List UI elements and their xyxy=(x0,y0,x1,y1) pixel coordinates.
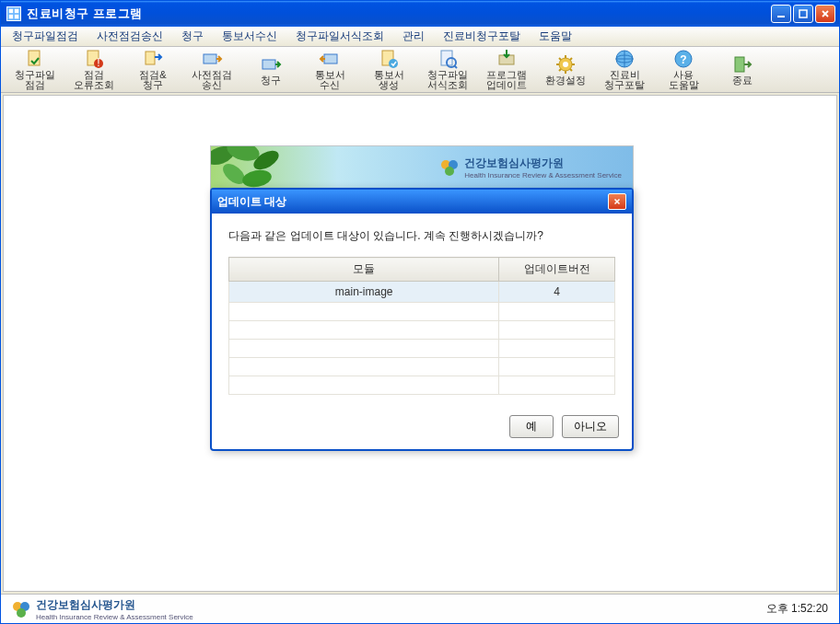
status-brand-sub: Health Insurance Review & Assessment Ser… xyxy=(36,613,193,621)
svg-rect-25 xyxy=(735,57,744,72)
toolbar-btn-portal[interactable]: 진료비 청구포탈 xyxy=(596,49,653,91)
svg-point-30 xyxy=(241,168,274,189)
toolbar-btn-help[interactable]: ?사용 도움말 xyxy=(655,49,712,91)
banner-brand-text: 건강보험심사평가원 xyxy=(464,156,564,169)
table-row[interactable] xyxy=(229,321,615,340)
toolbar-label: 통보서 생성 xyxy=(374,70,404,90)
menu-item[interactable]: 청구파일점검 xyxy=(5,27,86,46)
toolbar-btn-check-claim[interactable]: 점검& 청구 xyxy=(124,49,181,91)
close-button[interactable] xyxy=(815,5,835,23)
status-brand-text: 건강보험심사평가원 xyxy=(36,598,135,611)
svg-point-15 xyxy=(389,59,398,68)
window-controls xyxy=(771,5,835,23)
svg-rect-1 xyxy=(15,9,18,13)
toolbar-btn-precheck-send[interactable]: 사전점검 송신 xyxy=(183,49,240,91)
maximize-button[interactable] xyxy=(793,5,813,23)
toolbar-btn-file-form[interactable]: 청구파일 서식조회 xyxy=(419,49,476,91)
toolbar-btn-notice-recv[interactable]: 통보서 수신 xyxy=(301,49,358,91)
menu-item[interactable]: 청구 xyxy=(174,27,211,46)
dialog-body: 다음과 같은 업데이트 대상이 있습니다. 계속 진행하시겠습니까? 모듈 업데… xyxy=(212,214,632,406)
toolbar-btn-file-check[interactable]: 청구파일 점검 xyxy=(6,49,64,91)
leaves-decoration xyxy=(210,145,331,190)
window-title: 진료비청구 프로그램 xyxy=(27,6,771,22)
svg-rect-13 xyxy=(324,54,337,64)
status-brand: 건강보험심사평가원 Health Insurance Review & Asse… xyxy=(12,597,193,621)
col-version: 업데이트버전 xyxy=(499,258,615,282)
brand-icon xyxy=(12,600,30,618)
col-module: 모듈 xyxy=(229,258,499,282)
svg-rect-11 xyxy=(204,54,216,64)
banner-brand-sub: Health Insurance Review & Assessment Ser… xyxy=(464,171,622,179)
help-icon: ? xyxy=(672,49,694,69)
exit-icon xyxy=(731,54,753,75)
toolbar-btn-file-error[interactable]: !점검 오류조회 xyxy=(65,49,122,91)
toolbar-btn-settings[interactable]: 환경설정 xyxy=(537,49,594,91)
no-button[interactable]: 아니오 xyxy=(562,415,619,438)
svg-rect-12 xyxy=(262,60,275,69)
svg-point-33 xyxy=(445,167,454,176)
precheck-send-icon xyxy=(201,49,223,69)
table-row[interactable] xyxy=(229,340,615,358)
svg-text:?: ? xyxy=(680,53,686,66)
toolbar-btn-claim[interactable]: 청구 xyxy=(242,49,299,91)
svg-rect-10 xyxy=(146,52,155,64)
status-time: 오후 1:52:20 xyxy=(766,601,828,617)
toolbar-btn-program-update[interactable]: 프로그램 업데이트 xyxy=(478,49,535,91)
toolbar-label: 사전점검 송신 xyxy=(192,70,232,90)
portal-icon xyxy=(613,49,636,69)
file-check-icon xyxy=(24,49,46,69)
main-window: 진료비청구 프로그램 청구파일점검 사전점검송신 청구 통보서수신 청구파일서식… xyxy=(0,0,840,624)
toolbar-label: 점검& 청구 xyxy=(139,70,166,90)
toolbar-label: 청구파일 점검 xyxy=(15,70,55,90)
table-row[interactable] xyxy=(229,376,615,395)
table-row[interactable] xyxy=(229,303,615,321)
dialog-buttons: 예 아니오 xyxy=(212,406,632,449)
svg-text:!: ! xyxy=(97,56,99,69)
svg-rect-3 xyxy=(15,15,18,18)
statusbar: 건강보험심사평가원 Health Insurance Review & Asse… xyxy=(1,594,839,623)
toolbar-label: 청구파일 서식조회 xyxy=(427,70,468,90)
table-row[interactable]: main-image4 xyxy=(229,282,615,303)
program-update-icon xyxy=(496,49,518,69)
dialog-close-button[interactable] xyxy=(608,193,626,210)
toolbar-label: 점검 오류조회 xyxy=(74,70,114,90)
file-send-icon xyxy=(142,49,164,69)
yes-button[interactable]: 예 xyxy=(509,415,554,438)
content-area: 건강보험심사평가원 Health Insurance Review & Asse… xyxy=(3,95,837,592)
svg-rect-4 xyxy=(777,16,785,17)
menu-item[interactable]: 진료비청구포탈 xyxy=(436,27,528,46)
toolbar-label: 사용 도움말 xyxy=(669,70,699,90)
update-dialog: 업데이트 대상 다음과 같은 업데이트 대상이 있습니다. 계속 진행하시겠습니… xyxy=(210,188,634,451)
menu-item[interactable]: 사전점검송신 xyxy=(89,27,170,46)
update-table: 모듈 업데이트버전 main-image4 xyxy=(228,257,615,395)
svg-rect-5 xyxy=(799,10,807,17)
titlebar: 진료비청구 프로그램 xyxy=(1,1,839,27)
claim-icon xyxy=(260,54,282,75)
menu-item[interactable]: 청구파일서식조회 xyxy=(288,27,391,46)
table-row[interactable] xyxy=(229,358,615,376)
svg-point-36 xyxy=(17,608,26,618)
toolbar-label: 청구 xyxy=(261,75,281,86)
toolbar-label: 진료비 청구포탈 xyxy=(604,70,645,90)
menu-item[interactable]: 도움말 xyxy=(531,27,579,46)
menu-item[interactable]: 통보서수신 xyxy=(215,27,285,46)
toolbar-btn-exit[interactable]: 종료 xyxy=(714,49,771,91)
svg-point-20 xyxy=(563,62,568,67)
banner: 건강보험심사평가원 Health Insurance Review & Asse… xyxy=(210,145,634,190)
notice-gen-icon xyxy=(378,49,400,69)
toolbar-btn-notice-gen[interactable]: 통보서 생성 xyxy=(360,49,417,91)
settings-icon xyxy=(554,54,577,75)
menu-item[interactable]: 관리 xyxy=(395,27,432,46)
toolbar-label: 프로그램 업데이트 xyxy=(486,70,527,90)
svg-rect-0 xyxy=(9,9,13,13)
toolbar-label: 환경설정 xyxy=(545,75,586,86)
file-form-icon xyxy=(437,49,459,69)
toolbar: 청구파일 점검 !점검 오류조회 점검& 청구 사전점검 송신 청구 통보서 수… xyxy=(1,47,839,93)
minimize-button[interactable] xyxy=(771,5,791,23)
notice-recv-icon xyxy=(319,49,341,69)
dialog-message: 다음과 같은 업데이트 대상이 있습니다. 계속 진행하시겠습니까? xyxy=(228,228,615,244)
toolbar-label: 통보서 수신 xyxy=(315,70,345,90)
toolbar-label: 종료 xyxy=(732,75,752,86)
dialog-titlebar: 업데이트 대상 xyxy=(212,190,632,214)
menubar: 청구파일점검 사전점검송신 청구 통보서수신 청구파일서식조회 관리 진료비청구… xyxy=(1,27,839,47)
